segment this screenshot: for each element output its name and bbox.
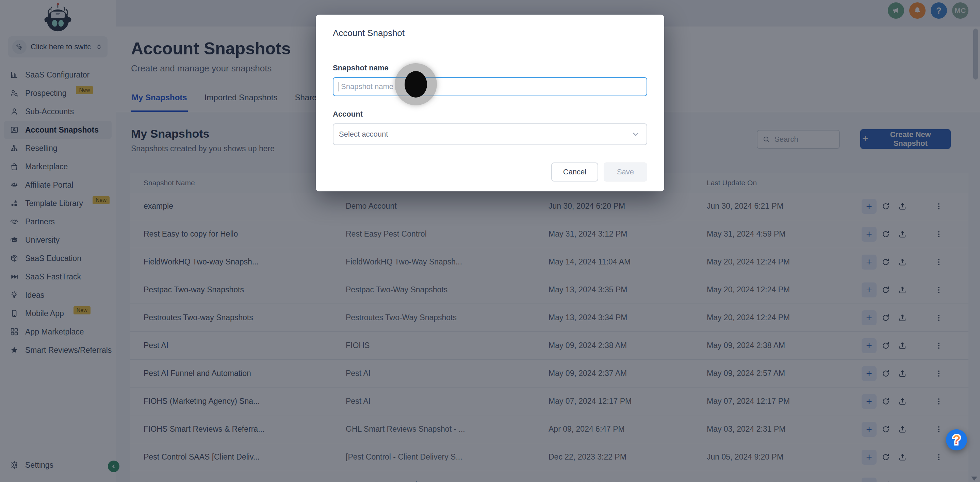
question-icon: ? ? xyxy=(950,432,963,448)
snapshot-name-label: Snapshot name xyxy=(333,63,647,72)
account-select[interactable]: Select account xyxy=(333,124,647,145)
modal-title: Account Snapshot xyxy=(333,28,404,38)
account-select-value: Select account xyxy=(339,130,388,139)
chevron-down-icon xyxy=(631,130,640,139)
account-label: Account xyxy=(333,110,647,119)
click-indicator xyxy=(395,63,437,105)
click-indicator-dot xyxy=(404,71,427,98)
account-snapshot-modal: Account Snapshot Snapshot name Account S… xyxy=(316,14,664,191)
cancel-button[interactable]: Cancel xyxy=(551,162,598,182)
snapshot-name-input[interactable] xyxy=(333,77,647,96)
floating-help-button[interactable]: ? ? xyxy=(946,429,967,450)
app-root: Click here to switch SaaS ConfiguratorPr… xyxy=(0,0,980,482)
modal-body: Snapshot name Account Select account xyxy=(316,52,664,145)
save-button[interactable]: Save xyxy=(604,162,647,182)
modal-header: Account Snapshot xyxy=(316,14,664,52)
snapshot-name-field-wrap xyxy=(333,77,647,96)
text-cursor xyxy=(339,82,339,92)
modal-footer: Cancel Save xyxy=(316,152,664,191)
